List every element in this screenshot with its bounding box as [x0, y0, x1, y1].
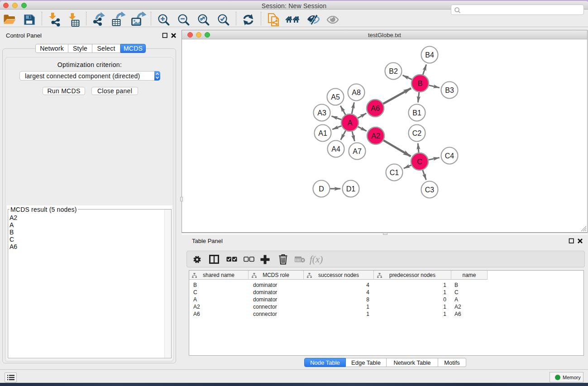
svg-text:A5: A5	[331, 93, 340, 101]
svg-text:C2: C2	[412, 129, 422, 137]
svg-text:D: D	[319, 185, 324, 193]
svg-text:B: B	[418, 80, 423, 87]
svg-text:C4: C4	[445, 152, 454, 160]
svg-text:A3: A3	[317, 109, 326, 117]
svg-text:C3: C3	[425, 186, 435, 194]
svg-text:A: A	[348, 119, 353, 127]
svg-text:A4: A4	[331, 145, 340, 153]
svg-text:A2: A2	[371, 132, 380, 140]
svg-text:C: C	[417, 158, 422, 166]
svg-text:A7: A7	[353, 148, 362, 155]
svg-text:B1: B1	[412, 109, 421, 117]
svg-text:B4: B4	[425, 51, 434, 59]
svg-text:C1: C1	[390, 169, 399, 176]
svg-text:A6: A6	[371, 105, 380, 112]
svg-text:D1: D1	[346, 185, 356, 193]
svg-text:A1: A1	[318, 129, 327, 137]
svg-text:A8: A8	[352, 89, 361, 96]
svg-text:B2: B2	[389, 67, 398, 75]
svg-text:B3: B3	[445, 86, 454, 94]
